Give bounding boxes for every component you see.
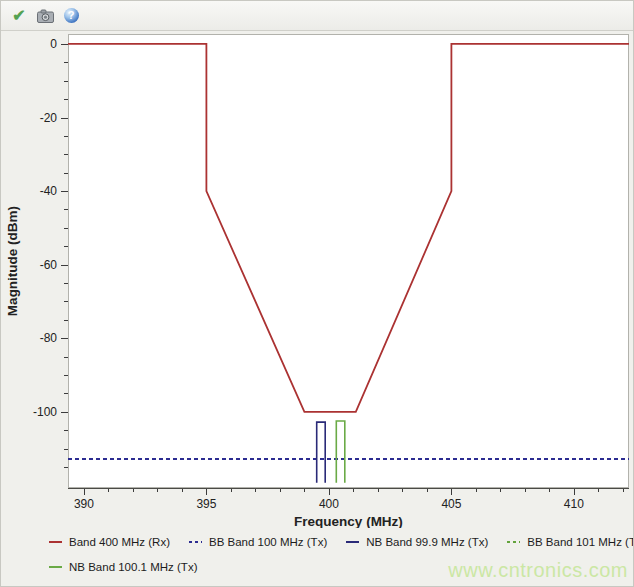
y-tick-label: -20 bbox=[40, 111, 58, 125]
x-tick-label: 410 bbox=[564, 497, 584, 511]
y-tick-label: -40 bbox=[40, 184, 58, 198]
y-tick-label: -80 bbox=[40, 331, 58, 345]
y-tick-label: -100 bbox=[33, 405, 57, 419]
x-axis-ticks bbox=[85, 488, 624, 495]
legend-item-nb-band-100-1-mhz-tx[interactable]: NB Band 100.1 MHz (Tx) bbox=[49, 561, 197, 573]
legend-label: BB Band 101 MHz (Tx) bbox=[527, 536, 634, 548]
chart-canvas: 3903954004054100-20-40-60-80-100Frequenc… bbox=[1, 1, 634, 528]
y-tick-label: 0 bbox=[50, 37, 57, 51]
legend-swatch-solid bbox=[49, 566, 62, 568]
legend-label: NB Band 100.1 MHz (Tx) bbox=[69, 561, 197, 573]
legend-item-bb-band-101-mhz-tx[interactable]: BB Band 101 MHz (Tx) bbox=[507, 536, 634, 548]
application-window: ✔ ? 3903954004054100-20-40-60-80-100Freq… bbox=[0, 0, 634, 587]
legend-label: BB Band 100 MHz (Tx) bbox=[209, 536, 327, 548]
plot-area bbox=[69, 35, 629, 488]
x-tick-label: 405 bbox=[441, 497, 461, 511]
legend-swatch-dashed bbox=[507, 541, 520, 543]
legend-swatch-solid bbox=[346, 541, 359, 543]
legend-label: Band 400 MHz (Rx) bbox=[69, 536, 170, 548]
y-axis-ticks bbox=[61, 45, 68, 468]
legend-item-nb-band-99-9-mhz-tx[interactable]: NB Band 99.9 MHz (Tx) bbox=[346, 536, 488, 548]
legend-item-band-400-mhz-rx[interactable]: Band 400 MHz (Rx) bbox=[49, 536, 170, 548]
watermark: www.cntronics.com bbox=[448, 559, 628, 582]
x-axis-title: Frequency (MHz) bbox=[294, 514, 403, 528]
legend-row: Band 400 MHz (Rx)BB Band 100 MHz (Tx)NB … bbox=[49, 529, 634, 554]
legend-label: NB Band 99.9 MHz (Tx) bbox=[366, 536, 488, 548]
legend-swatch-solid bbox=[49, 541, 62, 543]
y-tick-label: -60 bbox=[40, 258, 58, 272]
legend-swatch-dashed bbox=[189, 541, 202, 543]
x-tick-label: 390 bbox=[74, 497, 94, 511]
x-tick-label: 400 bbox=[319, 497, 339, 511]
legend-item-bb-band-100-mhz-tx[interactable]: BB Band 100 MHz (Tx) bbox=[189, 536, 327, 548]
y-axis-title: Magnitude (dBm) bbox=[5, 206, 20, 316]
x-tick-label: 395 bbox=[196, 497, 216, 511]
